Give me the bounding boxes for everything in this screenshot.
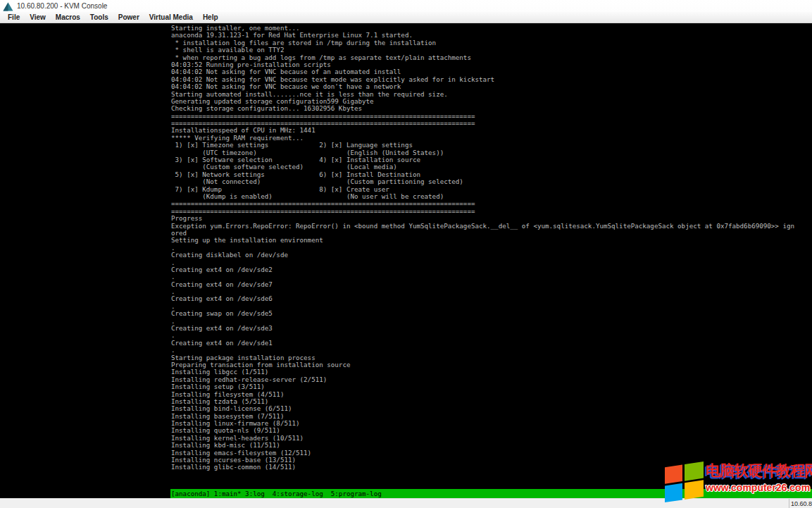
tmux-status-text: [anaconda] 1:main* 3:log 4:storage-log 5… [170, 490, 382, 497]
menu-item-virtual-media[interactable]: Virtual Media [144, 12, 198, 23]
terminal-line: ========================================… [171, 208, 794, 215]
terminal-line: Installing glibc-common (14/511) [171, 464, 794, 471]
terminal-line: Creating ext4 on /dev/sde6 [171, 295, 794, 302]
terminal-line [171, 471, 794, 478]
terminal-line: Creating swap on /dev/sde5 [171, 310, 794, 317]
terminal-line: Setting up the installation environment [171, 237, 794, 244]
terminal-line: Creating ext4 on /dev/sde3 [171, 325, 794, 332]
window-titlebar[interactable]: 10.60.80.200 - KVM Console [0, 0, 812, 12]
menu-item-help[interactable]: Help [198, 12, 223, 23]
kvm-console-viewport[interactable]: Starting installer, one moment...anacond… [0, 23, 812, 498]
menu-item-view[interactable]: View [25, 12, 51, 23]
terminal-line: Creating ext4 on /dev/sde2 [171, 266, 794, 273]
menu-item-macros[interactable]: Macros [51, 12, 85, 23]
status-ip-text: 10.60.8 [789, 499, 812, 508]
terminal-line: 04:04:02 Not asking for VNC because we d… [171, 83, 794, 90]
menu-item-power[interactable]: Power [113, 12, 144, 23]
kvm-app-icon [3, 1, 13, 11]
terminal-line: * shell is available on TTY2 [171, 47, 794, 54]
terminal-line: Progress [171, 215, 794, 222]
terminal-line: Installing setup (3/511) [171, 383, 794, 390]
app-status-bar: 10.60.8 [0, 498, 812, 508]
menu-bar: FileViewMacrosToolsPowerVirtual MediaHel… [0, 12, 812, 23]
menu-item-file[interactable]: File [3, 12, 25, 23]
tmux-status-bar: [anaconda] 1:main* 3:log 4:storage-log 5… [170, 489, 812, 498]
terminal-line: Creating ext4 on /dev/sde1 [171, 340, 794, 347]
terminal-line: Creating ext4 on /dev/sde7 [171, 281, 794, 288]
terminal-output: Starting installer, one moment...anacond… [171, 25, 794, 478]
menu-item-tools[interactable]: Tools [85, 12, 113, 23]
terminal-line: Exception yum.Errors.RepoError: RepoErro… [171, 223, 794, 230]
screen: { "window": { "title": "10.60.80.200 - K… [0, 0, 812, 508]
window-title: 10.60.80.200 - KVM Console [17, 2, 107, 10]
terminal-line: Creating disklabel on /dev/sde [171, 252, 794, 259]
